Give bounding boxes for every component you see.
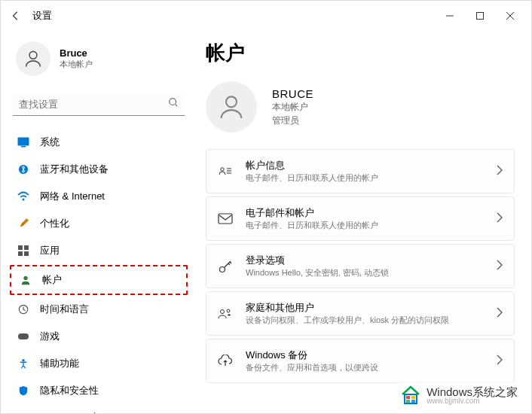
card-title: 家庭和其他用户 [246,301,484,315]
svg-rect-10 [24,245,29,250]
svg-rect-30 [411,400,415,403]
card-backup[interactable]: Windows 备份 备份文件、应用和首选项，以便跨设 [206,339,515,383]
account-avatar-icon [206,81,257,132]
clock-icon [17,303,29,315]
key-icon [217,258,234,275]
monitor-icon [17,136,29,148]
user-profile[interactable]: Bruce 本地帐户 [10,31,188,90]
person-icon [20,274,32,286]
nav-label: 帐户 [42,273,62,287]
window-title: 设置 [32,9,52,23]
nav-bluetooth[interactable]: 蓝牙和其他设备 [10,157,188,182]
user-type: 本地帐户 [60,59,93,70]
maximize-button[interactable] [465,5,495,27]
user-name: Bruce [60,47,93,59]
svg-rect-29 [406,400,410,403]
svg-point-17 [226,96,237,107]
chevron-right-icon [496,212,503,226]
accessibility-icon [17,358,29,370]
nav-label: 应用 [40,244,60,257]
gamepad-icon [17,330,29,342]
nav-personalization[interactable]: 个性化 [10,211,188,236]
nav-label: 辅助功能 [40,357,79,370]
svg-line-4 [176,105,178,107]
svg-rect-27 [406,396,410,399]
id-card-icon [217,163,234,180]
nav-label: 蓝牙和其他设备 [40,163,109,176]
search-input[interactable] [19,99,168,110]
svg-rect-6 [21,146,26,148]
nav-label: 个性化 [40,217,69,230]
svg-point-24 [221,309,225,313]
nav-accounts[interactable]: 帐户 [12,267,185,293]
card-signin[interactable]: 登录选项 Windows Hello, 安全密钥, 密码, 动态锁 [206,244,515,288]
watermark: Windows系统之家 www.bjjmlv.com [396,382,521,409]
card-account-info[interactable]: 帐户信息 电子邮件、日历和联系人使用的帐户 [206,149,515,193]
account-type: 本地帐户 [272,100,313,114]
card-family[interactable]: 家庭和其他用户 设备访问权限、工作或学校用户、kiosk 分配的访问权限 [206,291,515,336]
svg-point-8 [23,199,25,201]
nav-system[interactable]: 系统 [10,129,188,155]
wifi-icon [17,190,29,202]
svg-point-16 [22,359,25,362]
svg-point-3 [170,99,176,105]
svg-point-23 [220,266,225,272]
card-title: Windows 备份 [246,349,484,362]
card-title: 登录选项 [246,254,484,267]
svg-rect-22 [219,214,232,224]
nav-update[interactable]: Windows 更新 [10,405,188,413]
nav-time[interactable]: 时间和语言 [10,297,188,322]
card-sub: 电子邮件、日历和联系人使用的帐户 [246,220,484,231]
svg-rect-12 [24,251,29,256]
svg-rect-28 [411,396,415,399]
card-title: 帐户信息 [246,159,484,172]
back-button[interactable] [7,7,25,25]
account-header: BRUCE 本地帐户 管理员 [206,81,515,132]
svg-point-13 [23,276,27,280]
chevron-right-icon [496,165,503,178]
card-sub: 设备访问权限、工作或学校用户、kiosk 分配的访问权限 [246,315,484,326]
nav-label: 游戏 [40,330,60,343]
nav-label: 时间和语言 [40,303,89,316]
card-sub: Windows Hello, 安全密钥, 密码, 动态锁 [246,267,484,279]
svg-rect-1 [477,13,484,20]
house-icon [399,384,422,407]
svg-rect-15 [18,333,29,339]
nav-label: 隐私和安全性 [40,384,99,397]
chevron-right-icon [496,307,503,321]
page-title: 帐户 [206,40,515,66]
close-button[interactable] [495,5,525,27]
nav-gaming[interactable]: 游戏 [10,324,188,349]
highlight-annotation: 帐户 [10,265,188,295]
cloud-sync-icon [217,353,234,370]
nav-apps[interactable]: 应用 [10,238,188,263]
card-sub: 电子邮件、日历和联系人使用的帐户 [246,172,484,184]
card-sub: 备份文件、应用和首选项，以便跨设 [246,362,484,373]
svg-point-25 [227,309,230,312]
nav-privacy[interactable]: 隐私和安全性 [10,378,188,403]
sync-icon [17,412,29,413]
account-role: 管理员 [272,114,313,127]
search-icon [168,97,179,111]
search-box[interactable] [13,93,185,116]
svg-point-18 [221,167,224,170]
card-title: 电子邮件和帐户 [246,206,484,220]
user-avatar-icon [16,41,50,76]
nav-label: 网络 & Internet [40,190,105,203]
svg-rect-11 [18,251,23,256]
minimize-button[interactable] [435,5,465,27]
nav-label: Windows 更新 [40,411,102,413]
nav-label: 系统 [40,135,60,149]
bluetooth-icon [17,163,29,175]
chevron-right-icon [496,260,503,273]
svg-rect-5 [18,138,29,146]
svg-point-2 [29,51,37,59]
chevron-right-icon [496,355,503,368]
nav-network[interactable]: 网络 & Internet [10,184,188,209]
people-icon [217,306,234,322]
svg-rect-9 [18,245,23,250]
account-name: BRUCE [272,87,313,100]
card-email[interactable]: 电子邮件和帐户 电子邮件、日历和联系人使用的帐户 [206,196,515,241]
nav-accessibility[interactable]: 辅助功能 [10,351,188,376]
brush-icon [17,218,29,230]
